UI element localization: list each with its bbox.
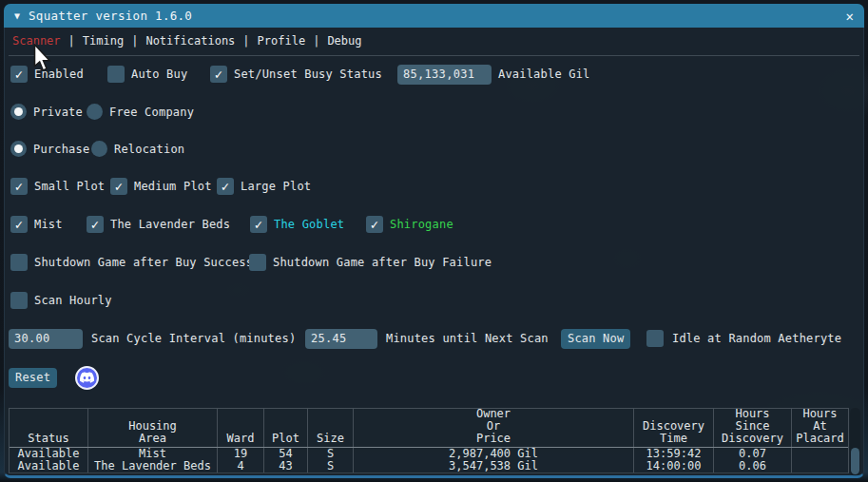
col-plot[interactable]: Plot	[264, 409, 308, 447]
scan-interval-label: Scan Cycle Interval (minutes)	[91, 332, 296, 345]
small-plot-checkbox[interactable]: ✓	[10, 178, 28, 195]
cell-plot: 43	[264, 460, 308, 472]
radio-dot-icon	[14, 107, 23, 116]
tab-debug[interactable]: Debug	[327, 34, 361, 48]
medium-plot-label: Medium Plot	[134, 180, 212, 193]
col-hours-placard[interactable]: Hours At Placard	[792, 409, 848, 447]
free-company-radio[interactable]	[87, 104, 103, 120]
tab-profile[interactable]: Profile	[258, 34, 306, 48]
private-label: Private	[33, 106, 83, 119]
shirogane-label: Shirogane	[390, 218, 453, 231]
medium-plot-checkbox[interactable]: ✓	[110, 178, 127, 195]
busy-status-label: Set/Unset Busy Status	[234, 67, 382, 81]
free-company-label: Free Company	[109, 106, 194, 119]
col-hours-since[interactable]: Hours Since Discovery	[714, 409, 792, 447]
title-bar[interactable]: ▼ Squatter version 1.6.0 ✕	[4, 4, 864, 28]
close-icon[interactable]: ✕	[846, 9, 854, 24]
busy-status-checkbox[interactable]: ✓	[210, 66, 227, 83]
tab-notifications[interactable]: Notifications	[145, 34, 235, 48]
table-header: Status Housing Area Ward Plot Size Owner…	[10, 409, 848, 448]
check-icon: ✓	[15, 218, 23, 231]
col-housing-area[interactable]: Housing Area	[88, 409, 218, 447]
tab-separator: |	[68, 34, 75, 48]
reset-button[interactable]: Reset	[9, 368, 57, 388]
scrollbar-thumb[interactable]	[851, 448, 859, 474]
tab-separator: |	[242, 34, 249, 48]
cell-hours-placard	[792, 460, 848, 472]
row-general: ✓ Enabled Auto Buy ✓ Set/Unset Busy Stat…	[5, 64, 863, 85]
col-status[interactable]: Status	[10, 409, 88, 447]
col-ward[interactable]: Ward	[218, 409, 264, 447]
scan-hourly-label: Scan Hourly	[34, 294, 112, 307]
tab-separator: |	[131, 34, 138, 48]
row-mode: Purchase Relocation	[5, 141, 863, 157]
discord-icon[interactable]	[75, 366, 99, 390]
shutdown-failure-checkbox[interactable]	[249, 254, 266, 271]
col-size[interactable]: Size	[308, 409, 354, 447]
check-icon: ✓	[255, 218, 262, 231]
idle-aetheryte-checkbox[interactable]	[646, 330, 664, 347]
divider	[9, 55, 859, 56]
cell-size: S	[308, 448, 354, 460]
lavender-beds-label: The Lavender Beds	[110, 218, 230, 231]
col-discovery-time[interactable]: Discovery Time	[634, 409, 714, 447]
cell-size: S	[308, 460, 354, 472]
row-plot-sizes: ✓ Small Plot ✓ Medium Plot ✓ Large Plot	[5, 178, 863, 195]
check-icon: ✓	[15, 180, 23, 193]
cell-housing-area: Mist	[88, 448, 218, 460]
collapse-icon[interactable]: ▼	[14, 10, 20, 21]
enabled-checkbox[interactable]: ✓	[10, 66, 28, 83]
small-plot-label: Small Plot	[34, 180, 105, 193]
tab-separator: |	[313, 34, 319, 48]
check-icon: ✓	[91, 218, 99, 231]
table-row[interactable]: Available Mist 19 54 S 2,987,400 Gil 13:…	[10, 448, 848, 460]
check-icon: ✓	[222, 180, 229, 193]
lavender-beds-checkbox[interactable]: ✓	[87, 216, 104, 233]
available-gil-input[interactable]	[397, 65, 492, 85]
next-scan-label: Minutes until Next Scan	[386, 332, 549, 345]
purchase-radio[interactable]	[10, 141, 27, 157]
idle-aetheryte-label: Idle at Random Aetheryte	[672, 332, 841, 345]
check-icon: ✓	[115, 180, 123, 193]
shutdown-failure-label: Shutdown Game after Buy Failure	[273, 256, 492, 269]
auto-buy-label: Auto Buy	[131, 67, 187, 81]
private-radio[interactable]	[10, 104, 27, 120]
relocation-label: Relocation	[114, 143, 184, 156]
squatter-window: ▼ Squatter version 1.6.0 ✕ Scanner | Tim…	[4, 4, 864, 478]
large-plot-checkbox[interactable]: ✓	[217, 178, 234, 195]
cell-ward: 4	[218, 460, 264, 472]
enabled-label: Enabled	[34, 67, 84, 81]
cell-status: Available	[10, 448, 88, 460]
tab-scanner[interactable]: Scanner	[12, 34, 61, 48]
row-scan-interval: Scan Cycle Interval (minutes) Minutes un…	[5, 328, 863, 349]
cell-discovery-time: 13:59:42	[634, 448, 714, 460]
large-plot-label: Large Plot	[241, 180, 311, 193]
cell-plot: 54	[264, 448, 308, 460]
row-shutdown: Shutdown Game after Buy Success Shutdown…	[5, 254, 863, 271]
window-title: Squatter version 1.6.0	[29, 9, 192, 23]
goblet-checkbox[interactable]: ✓	[250, 216, 267, 233]
tab-timing[interactable]: Timing	[83, 34, 124, 48]
cell-price: 2,987,400 Gil	[354, 448, 634, 460]
row-tenancy: Private Free Company	[5, 104, 863, 120]
cell-price: 3,547,538 Gil	[354, 460, 634, 472]
scan-now-button[interactable]: Scan Now	[561, 329, 630, 349]
mist-checkbox[interactable]: ✓	[10, 216, 28, 233]
table-row[interactable]: Available The Lavender Beds 4 43 S 3,547…	[10, 460, 848, 472]
scan-interval-input[interactable]	[9, 329, 83, 349]
row-districts: ✓ Mist ✓ The Lavender Beds ✓ The Goblet …	[5, 216, 863, 233]
relocation-radio[interactable]	[91, 141, 107, 157]
shutdown-success-checkbox[interactable]	[10, 254, 28, 271]
next-scan-input[interactable]	[305, 329, 377, 349]
check-icon: ✓	[215, 67, 222, 81]
shirogane-checkbox[interactable]: ✓	[366, 216, 383, 233]
col-owner-price[interactable]: Owner Or Price	[354, 409, 634, 447]
row-scan-hourly: Scan Hourly	[5, 292, 863, 309]
tab-bar: Scanner | Timing | Notifications | Profi…	[5, 31, 863, 49]
table-scrollbar[interactable]	[850, 408, 860, 476]
available-gil-label: Available Gil	[498, 67, 590, 81]
scan-hourly-checkbox[interactable]	[10, 292, 28, 309]
cell-hours-since: 0.07	[714, 448, 792, 460]
auto-buy-checkbox[interactable]	[107, 66, 125, 83]
goblet-label: The Goblet	[274, 218, 344, 231]
